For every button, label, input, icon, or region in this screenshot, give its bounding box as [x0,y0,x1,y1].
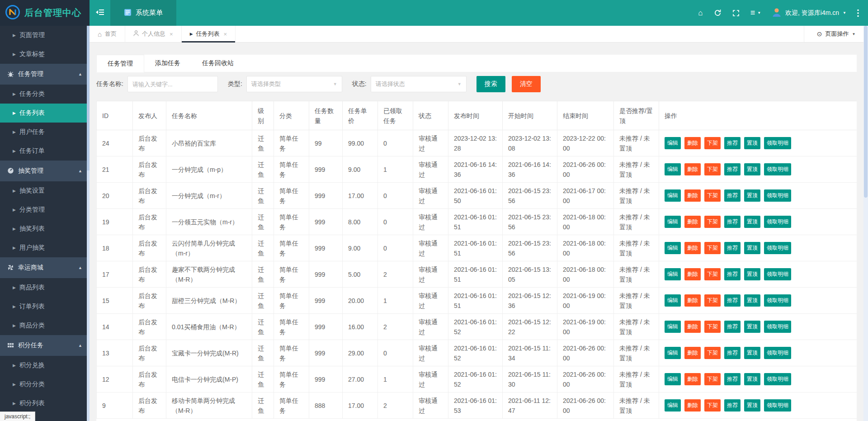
delete-button[interactable]: 删除 [684,294,701,307]
crumb-tab-task-list[interactable]: ▶ 任务列表 × [182,26,236,42]
tab-task-recycle[interactable]: 任务回收站 [191,55,245,72]
recommend-button[interactable]: 推荐 [724,373,741,385]
sidebar-item-抽奖列表[interactable]: ▶抽奖列表 [0,219,90,238]
clear-button[interactable]: 清空 [512,76,541,92]
recommend-button[interactable]: 推荐 [724,163,741,175]
delete-button[interactable]: 删除 [684,268,701,280]
pin-top-button[interactable]: 置顶 [744,216,760,228]
offline-button[interactable]: 下架 [704,294,721,307]
claim-detail-button[interactable]: 领取明细 [764,163,791,175]
page-scrollbar[interactable] [863,26,868,421]
delete-button[interactable]: 删除 [684,347,701,359]
pin-top-button[interactable]: 置顶 [744,373,760,385]
more-dots-icon[interactable] [857,9,859,17]
delete-button[interactable]: 删除 [684,242,701,254]
pin-top-button[interactable]: 置顶 [744,294,760,307]
crumb-tab-profile[interactable]: 个人信息 × [125,26,182,42]
crumb-tab-home[interactable]: ⌂ 首页 [90,26,125,42]
home-icon[interactable]: ⌂ [698,9,703,18]
sidebar-item-用户抽奖[interactable]: ▶用户抽奖 [0,238,90,257]
sidebar-item-任务列表[interactable]: ▶任务列表 [0,104,90,123]
offline-button[interactable]: 下架 [704,268,721,280]
edit-button[interactable]: 编辑 [665,321,681,333]
page-actions-button[interactable]: ⊙ 页面操作 ▼ [804,26,868,42]
claim-detail-button[interactable]: 领取明细 [764,321,791,333]
offline-button[interactable]: 下架 [704,242,721,254]
claim-detail-button[interactable]: 领取明细 [764,242,791,254]
offline-button[interactable]: 下架 [704,321,721,333]
edit-button[interactable]: 编辑 [665,268,681,280]
offline-button[interactable]: 下架 [704,373,721,385]
offline-button[interactable]: 下架 [704,399,721,412]
sidebar-item-文章标签[interactable]: ▶文章标签 [0,45,90,64]
tab-system-menu[interactable]: 系统菜单 [110,0,176,26]
recommend-button[interactable]: 推荐 [724,189,741,202]
sidebar-item-分类管理[interactable]: ▶分类管理 [0,200,90,219]
pin-top-button[interactable]: 置顶 [744,163,760,175]
pin-top-button[interactable]: 置顶 [744,242,760,254]
recommend-button[interactable]: 推荐 [724,399,741,412]
claim-detail-button[interactable]: 领取明细 [764,294,791,307]
edit-button[interactable]: 编辑 [665,242,681,254]
claim-detail-button[interactable]: 领取明细 [764,137,791,149]
recommend-button[interactable]: 推荐 [724,294,741,307]
recommend-button[interactable]: 推荐 [724,268,741,280]
sidebar-item-页面管理[interactable]: ▶页面管理 [0,26,90,45]
pin-top-button[interactable]: 置顶 [744,268,760,280]
type-select[interactable]: 请选择类型 ▼ [246,76,342,92]
sidebar-item-积分兑换[interactable]: ▶积分兑换 [0,356,90,375]
edit-button[interactable]: 编辑 [665,399,681,412]
tab-task-manage[interactable]: 任务管理 [96,55,144,72]
task-name-input[interactable] [127,76,218,92]
recommend-button[interactable]: 推荐 [724,242,741,254]
page-scrollbar-thumb[interactable] [864,26,868,198]
sidebar-item-任务分类[interactable]: ▶任务分类 [0,85,90,104]
offline-button[interactable]: 下架 [704,347,721,359]
offline-button[interactable]: 下架 [704,163,721,175]
sidebar-item-商品分类[interactable]: ▶商品分类 [0,316,90,335]
close-icon[interactable]: × [170,31,173,38]
sidebar-group-积分任务[interactable]: 积分任务▲ [0,335,90,356]
offline-button[interactable]: 下架 [704,216,721,228]
recommend-button[interactable]: 推荐 [724,321,741,333]
edit-button[interactable]: 编辑 [665,294,681,307]
sidebar-group-抽奖管理[interactable]: 抽奖管理▲ [0,161,90,181]
recommend-button[interactable]: 推荐 [724,137,741,149]
search-button[interactable]: 搜索 [476,76,505,92]
user-menu[interactable]: 欢迎, 资源库i4m.cn ▼ [772,7,846,19]
sidebar-group-任务管理[interactable]: 任务管理▲ [0,64,90,85]
recommend-button[interactable]: 推荐 [724,216,741,228]
edit-button[interactable]: 编辑 [665,137,681,149]
delete-button[interactable]: 删除 [684,216,701,228]
pin-top-button[interactable]: 置顶 [744,347,760,359]
claim-detail-button[interactable]: 领取明细 [764,373,791,385]
recommend-button[interactable]: 推荐 [724,347,741,359]
delete-button[interactable]: 删除 [684,137,701,149]
sidebar-item-商品列表[interactable]: ▶商品列表 [0,278,90,297]
sidebar-item-积分列表[interactable]: ▶积分列表 [0,394,90,413]
delete-button[interactable]: 删除 [684,399,701,412]
delete-button[interactable]: 删除 [684,321,701,333]
offline-button[interactable]: 下架 [704,137,721,149]
tab-add-task[interactable]: 添加任务 [144,55,191,72]
claim-detail-button[interactable]: 领取明细 [764,399,791,412]
pin-top-button[interactable]: 置顶 [744,137,760,149]
delete-button[interactable]: 删除 [684,163,701,175]
sidebar-item-任务订单[interactable]: ▶任务订单 [0,142,90,161]
sidebar-item-用户任务[interactable]: ▶用户任务 [0,123,90,142]
delete-button[interactable]: 删除 [684,373,701,385]
sidebar-collapse-button[interactable] [90,0,110,26]
claim-detail-button[interactable]: 领取明细 [764,216,791,228]
claim-detail-button[interactable]: 领取明细 [764,347,791,359]
edit-button[interactable]: 编辑 [665,189,681,202]
pin-top-button[interactable]: 置顶 [744,399,760,412]
edit-button[interactable]: 编辑 [665,216,681,228]
edit-button[interactable]: 编辑 [665,373,681,385]
sidebar-scrollbar-thumb[interactable] [87,26,90,170]
status-select[interactable]: 请选择状态 ▼ [371,76,467,92]
offline-button[interactable]: 下架 [704,189,721,202]
sidebar-item-抽奖设置[interactable]: ▶抽奖设置 [0,181,90,200]
delete-button[interactable]: 删除 [684,189,701,202]
refresh-icon[interactable] [714,9,722,17]
fullscreen-icon[interactable] [732,9,740,17]
